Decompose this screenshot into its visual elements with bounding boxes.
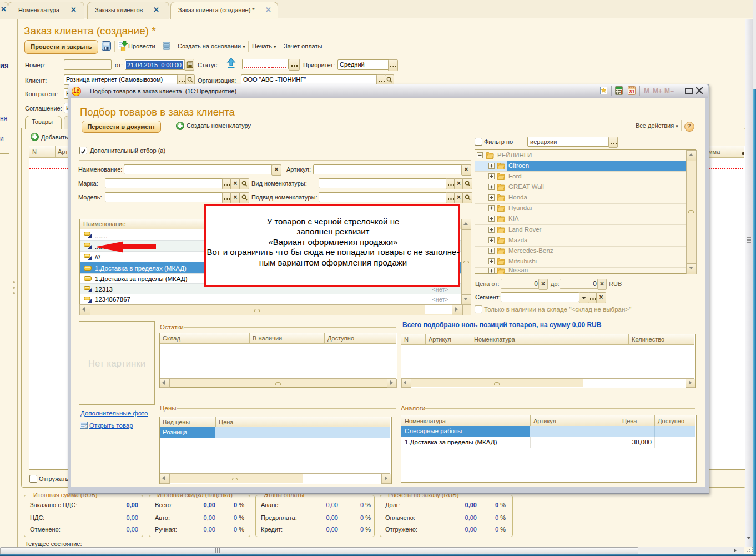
svg-text:31: 31 — [629, 89, 635, 94]
